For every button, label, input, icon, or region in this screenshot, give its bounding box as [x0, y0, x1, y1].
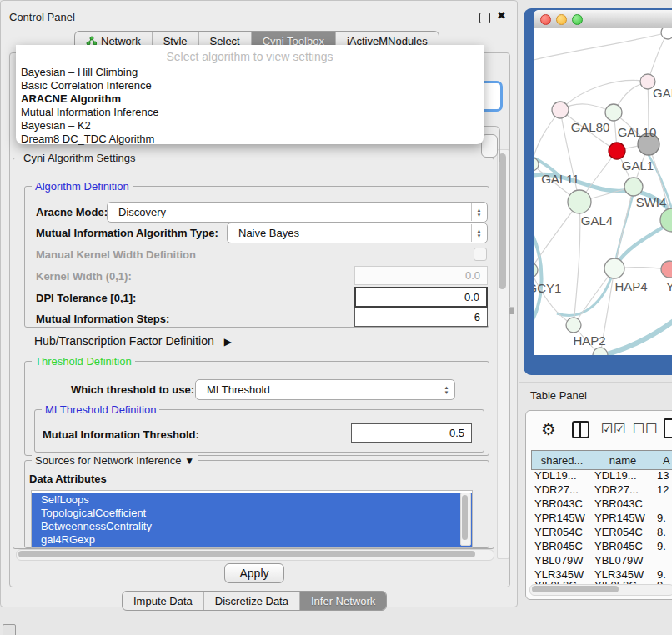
sources-group-title: Sources for Network Inference ▼ — [32, 454, 198, 467]
spinner-icon: ▲▼ — [439, 381, 454, 398]
attribute-item[interactable]: SelfLoops — [32, 493, 472, 507]
network-node[interactable] — [566, 318, 581, 332]
network-node-label: GAL10 — [618, 125, 657, 139]
manual-kernel-label: Manual Kernel Width Definition — [36, 248, 196, 261]
settings-horizontal-scrollbar-thumb[interactable] — [18, 551, 475, 558]
table-row[interactable]: YBR045CYBR045C9. — [531, 540, 672, 554]
network-window-titlebar[interactable] — [534, 10, 672, 28]
table-row[interactable]: YBL079WYBL079W — [531, 554, 672, 568]
network-node[interactable] — [593, 348, 608, 355]
settings-horizontal-scrollbar[interactable] — [16, 549, 494, 561]
cyni-mode-tab-bar: Impute Data Discretize Data Infer Networ… — [122, 591, 387, 611]
which-threshold-combobox[interactable]: MI Threshold ▲▼ — [195, 379, 455, 400]
attribute-item[interactable]: TopologicalCoefficient — [32, 507, 472, 520]
column-header-sharedname[interactable]: shared... — [531, 450, 593, 470]
minimize-traffic-light-icon[interactable] — [556, 14, 567, 25]
network-canvas: GALGAL80GAL10GAL1GAL11SWI4GAL4HAP4YGCY1H… — [534, 28, 672, 355]
table-row[interactable]: YBR043CYBR043C — [531, 498, 672, 512]
algorithm-option-aracne[interactable]: ARACNE Algorithm — [19, 92, 480, 106]
network-node-label: SWI4 — [636, 195, 667, 209]
network-node[interactable] — [604, 258, 624, 278]
network-node[interactable] — [624, 178, 643, 196]
table-header-row: shared... name A — [531, 450, 672, 469]
settings-vertical-scrollbar-thumb[interactable] — [499, 153, 506, 289]
float-window-icon[interactable] — [479, 12, 490, 23]
mi-type-combobox[interactable]: Naive Bayes ▲▼ — [227, 222, 488, 243]
attribute-item[interactable]: gal4RGexp — [32, 533, 472, 547]
algorithm-option[interactable]: Bayesian – K2 — [19, 119, 480, 132]
split-columns-icon[interactable] — [572, 421, 589, 438]
expander-arrow-icon: ▶ — [224, 336, 232, 348]
obscured-field-fragment — [481, 134, 498, 158]
table-row[interactable]: YDL19...YDL19...13 — [531, 469, 672, 483]
dpi-tolerance-field[interactable]: 0.0 — [354, 287, 488, 308]
table-horizontal-scrollbar[interactable] — [529, 584, 672, 596]
mi-steps-label: Mutual Information Steps: — [36, 312, 169, 325]
apply-button[interactable]: Apply — [224, 563, 284, 583]
mi-type-value: Naive Bayes — [238, 227, 299, 239]
network-node-label: GAL — [653, 86, 672, 100]
panel-splitter-handle[interactable] — [509, 307, 514, 314]
gear-icon[interactable]: ⚙ — [541, 419, 556, 439]
attributes-scrollbar-thumb[interactable] — [462, 495, 468, 540]
network-node[interactable] — [661, 261, 672, 278]
screen: Control Panel ✖ Network Style Select — [0, 0, 672, 635]
close-traffic-light-icon[interactable] — [540, 14, 551, 25]
table-row[interactable]: YER054CYER054C8. — [531, 526, 672, 540]
manual-kernel-checkbox[interactable] — [474, 248, 487, 261]
aracne-mode-combobox[interactable]: Discovery ▲▼ — [107, 202, 488, 222]
deselect-all-checkboxes-icon[interactable]: ☐☐ — [633, 421, 659, 437]
data-attributes-list: SelfLoops TopologicalCoefficient Between… — [31, 490, 473, 548]
tab-discretize-data[interactable]: Discretize Data — [203, 592, 299, 610]
network-node-label: HAP4 — [614, 279, 647, 293]
network-node-label: Y — [666, 279, 672, 293]
hub-definition-expander[interactable]: Hub/Transcription Factor Definition ▶ — [34, 334, 232, 348]
network-node[interactable] — [568, 190, 591, 213]
attribute-item[interactable]: BetweennessCentrality — [32, 520, 472, 533]
column-header-partial[interactable]: A — [654, 450, 672, 470]
kernel-width-value: 0.0 — [465, 269, 480, 282]
network-node[interactable] — [609, 142, 625, 159]
mi-steps-value: 6 — [474, 311, 480, 323]
spinner-icon: ▲▼ — [471, 224, 486, 242]
kernel-width-field[interactable]: 0.0 — [354, 266, 488, 285]
mi-threshold-group-title: MI Threshold Definition — [42, 403, 159, 416]
table-row[interactable]: YDR27...YDR27...12 — [531, 483, 672, 498]
network-view-inner: GALGAL80GAL10GAL1GAL11SWI4GAL4HAP4YGCY1H… — [534, 10, 672, 355]
kernel-width-label: Kernel Width (0,1): — [36, 270, 132, 282]
algorithm-option[interactable]: Mutual Information Inference — [19, 106, 480, 119]
document-icon[interactable] — [664, 418, 672, 438]
zoom-traffic-light-icon[interactable] — [572, 14, 583, 25]
attributes-vertical-scrollbar[interactable] — [460, 492, 471, 546]
network-node[interactable] — [605, 104, 622, 121]
close-icon[interactable]: ✖ — [497, 9, 506, 22]
mi-threshold-field[interactable]: 0.5 — [351, 423, 472, 442]
algorithm-option[interactable]: Dream8 DC_TDC Algorithm — [19, 132, 480, 146]
algorithm-option[interactable]: Basic Correlation Inference — [19, 79, 480, 92]
tab-impute-data[interactable]: Impute Data — [123, 592, 203, 610]
mi-steps-field[interactable]: 6 — [354, 308, 488, 327]
cyni-algorithm-settings-title: Cyni Algorithm Settings — [20, 152, 138, 164]
select-all-checkboxes-icon[interactable]: ☑☑ — [601, 421, 627, 437]
network-node-label: GAL11 — [541, 172, 579, 186]
network-node-label: GCY1 — [534, 281, 561, 295]
network-node-label: GAL80 — [571, 120, 610, 134]
network-node[interactable] — [552, 102, 569, 118]
threshold-definition-title: Threshold Definition — [32, 355, 135, 368]
network-node[interactable] — [661, 28, 672, 39]
spinner-icon: ▲▼ — [471, 203, 486, 221]
collapse-arrow-icon[interactable]: ▼ — [184, 455, 194, 467]
tab-infer-network[interactable]: Infer Network — [299, 592, 386, 610]
column-header-name[interactable]: name — [591, 450, 655, 470]
settings-vertical-scrollbar[interactable] — [497, 149, 509, 559]
network-node[interactable] — [534, 262, 538, 278]
table-horizontal-scrollbar-thumb[interactable] — [532, 586, 619, 592]
table-panel-title: Table Panel — [530, 389, 587, 402]
which-threshold-value: MI Threshold — [207, 383, 270, 396]
mi-threshold-label: Mutual Information Threshold: — [43, 428, 199, 441]
algorithm-option[interactable]: Bayesian – Hill Climbing — [19, 66, 480, 79]
control-panel-title: Control Panel — [9, 11, 75, 23]
table-row[interactable]: YPR145WYPR145W9. — [531, 512, 672, 526]
algorithm-list: Bayesian – Hill Climbing Basic Correlati… — [19, 66, 480, 146]
partial-corner-widget — [3, 624, 16, 635]
